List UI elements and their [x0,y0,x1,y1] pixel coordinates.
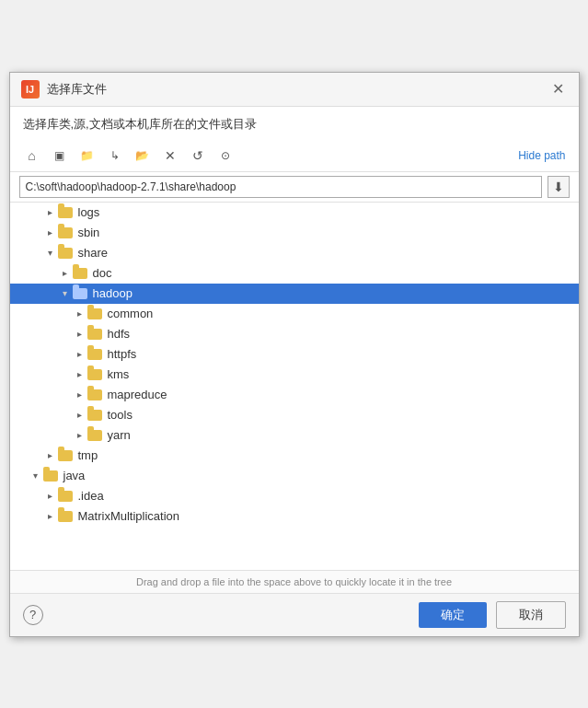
browse-icon: 📂 [135,149,149,162]
browse-button[interactable]: 📂 [130,144,156,168]
tree-item-hdfs[interactable]: ▸hdfs [10,324,579,344]
folder-icon-httpfs [87,348,104,361]
tree-label-tools: tools [108,408,133,422]
tree-item-java[interactable]: ▾java [10,466,579,486]
delete-button[interactable]: ✕ [157,144,183,168]
folder-icon-logs [58,206,75,219]
folder-icon-hadoop [73,287,89,300]
tree-item-sbin[interactable]: ▸sbin [10,223,579,243]
folder-icon-common [87,308,104,320]
tree-toggle-tmp[interactable]: ▸ [43,448,58,463]
tree-item-logs[interactable]: ▸logs [10,203,579,223]
app-icon: IJ [21,80,40,99]
drag-hint: Drag and drop a file into the space abov… [10,571,579,594]
network-icon: ⊙ [221,149,230,162]
tree-label-common: common [108,307,154,320]
tree-toggle-hadoop[interactable]: ▾ [58,286,73,301]
home-button[interactable]: ⌂ [19,144,45,168]
toolbar: ⌂ ▣ 📁 ↲ 📂 ✕ ↺ ⊙ Hide path [10,140,579,172]
folder-icon-java [43,470,60,482]
tree-item-yarn[interactable]: ▸yarn [10,425,579,446]
tree-label-idea: .idea [78,489,104,503]
tree-toggle-httpfs[interactable]: ▸ [73,347,87,362]
tree-item-hadoop[interactable]: ▾hadoop [10,284,579,304]
folder-icon-mapreduce [87,389,104,401]
path-refresh-button[interactable]: ⬇ [548,176,570,198]
tree-label-sbin: sbin [78,226,100,239]
path-bar: ⬇ [10,172,579,203]
folder-icon-tools [87,409,104,422]
dialog-subtitle: 选择库类,源,文档或本机库所在的文件或目录 [10,107,579,140]
help-button[interactable]: ? [23,605,43,625]
tree-toggle-matrixmult[interactable]: ▸ [43,509,58,524]
tree-toggle-sbin[interactable]: ▸ [43,226,58,240]
tree-label-hadoop: hadoop [93,286,133,300]
tree-item-httpfs[interactable]: ▸httpfs [10,344,579,365]
tree-item-mapreduce[interactable]: ▸mapreduce [10,385,579,405]
delete-icon: ✕ [165,148,176,163]
tree-item-kms[interactable]: ▸kms [10,365,579,385]
folder-icon-kms [87,368,104,381]
tree-toggle-mapreduce[interactable]: ▸ [73,388,87,402]
close-button[interactable]: ✕ [549,80,568,99]
desktop-icon: ▣ [54,149,64,162]
tree-toggle-logs[interactable]: ▸ [43,205,58,220]
tree-label-share: share [78,246,109,260]
tree-item-tmp[interactable]: ▸tmp [10,446,579,466]
hide-path-button[interactable]: Hide path [514,147,569,164]
refresh-icon: ↺ [192,148,203,163]
tree-toggle-tools[interactable]: ▸ [73,408,87,423]
download-icon: ⬇ [553,180,564,194]
tree-toggle-idea[interactable]: ▸ [43,489,58,504]
path-input[interactable] [19,176,542,198]
tree-item-common[interactable]: ▸common [10,304,579,324]
new-folder-button[interactable]: 📁 [75,144,100,168]
tree-label-httpfs: httpfs [108,347,137,361]
tree-label-java: java [63,469,86,482]
title-bar: IJ 选择库文件 ✕ [10,73,579,107]
tree-item-idea[interactable]: ▸.idea [10,486,579,506]
tree-toggle-hdfs[interactable]: ▸ [73,327,87,342]
dialog-title: 选择库文件 [47,81,107,98]
tree-toggle-share[interactable]: ▾ [43,246,58,261]
tree-label-logs: logs [78,205,100,219]
folder-icon-hdfs [87,328,104,341]
title-bar-left: IJ 选择库文件 [21,80,107,99]
folder-icon-sbin [58,226,75,239]
tree-toggle-yarn[interactable]: ▸ [73,428,87,443]
tree-item-matrixmult[interactable]: ▸MatrixMultiplication [10,506,579,527]
home-icon: ⌂ [28,148,35,163]
folder-icon-doc [73,267,89,280]
tree-label-hdfs: hdfs [108,327,131,341]
tree-toggle-doc[interactable]: ▸ [58,266,73,281]
tree-item-share[interactable]: ▾share [10,243,579,263]
parent-folder-button[interactable]: ↲ [102,144,128,168]
file-chooser-dialog: IJ 选择库文件 ✕ 选择库类,源,文档或本机库所在的文件或目录 ⌂ ▣ 📁 ↲… [9,72,580,637]
tree-toggle-common[interactable]: ▸ [73,307,87,321]
ok-button[interactable]: 确定 [419,602,487,628]
tree-toggle-java[interactable]: ▾ [29,469,43,483]
folder-icon-share [58,247,75,260]
dialog-footer: ? 确定 取消 [10,594,579,636]
folder-icon-matrixmult [58,510,75,523]
cancel-button[interactable]: 取消 [496,601,566,629]
tree-label-yarn: yarn [108,428,131,442]
tree-item-tools[interactable]: ▸tools [10,405,579,425]
tree-label-mapreduce: mapreduce [108,388,167,401]
refresh-button[interactable]: ↺ [185,144,211,168]
tree-item-doc[interactable]: ▸doc [10,263,579,284]
file-tree: ▸logs▸sbin▾share▸doc▾hadoop▸common▸hdfs▸… [10,203,579,571]
desktop-button[interactable]: ▣ [47,144,73,168]
tree-label-tmp: tmp [78,448,98,462]
tree-label-doc: doc [93,266,112,280]
parent-folder-icon: ↲ [110,149,120,162]
folder-icon-tmp [58,449,75,462]
new-folder-icon: 📁 [80,149,94,162]
tree-label-kms: kms [108,367,130,381]
tree-label-matrixmult: MatrixMultiplication [78,509,180,523]
folder-icon-idea [58,490,75,503]
folder-icon-yarn [87,429,104,442]
network-button[interactable]: ⊙ [213,144,238,168]
tree-toggle-kms[interactable]: ▸ [73,367,87,382]
